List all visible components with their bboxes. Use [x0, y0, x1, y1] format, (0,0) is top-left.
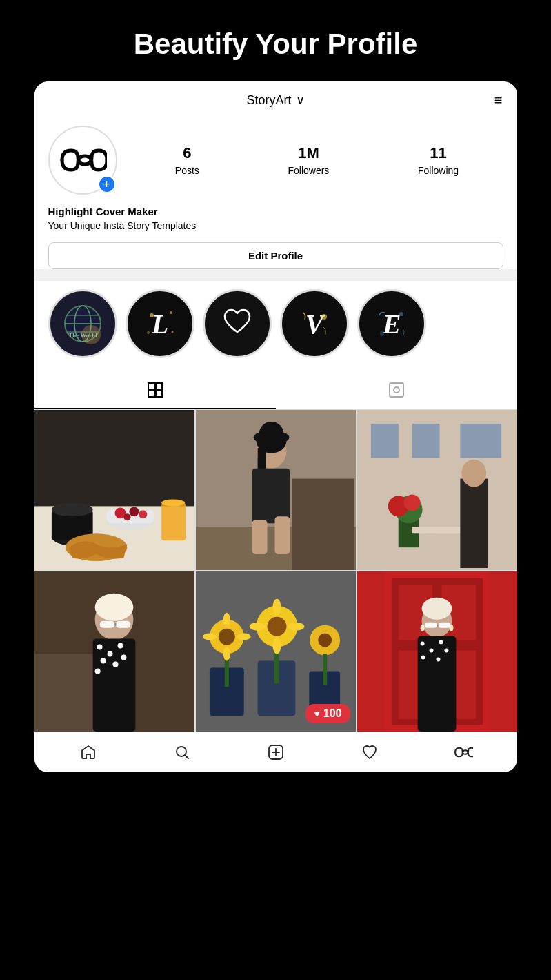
top-bar: StoryArt ∨ ≡	[34, 81, 517, 119]
svg-point-10	[170, 311, 172, 314]
profile-logo-icon	[59, 145, 107, 176]
home-icon	[80, 744, 97, 761]
svg-rect-65	[425, 533, 432, 570]
svg-point-122	[420, 642, 424, 646]
photo-cell-red-door[interactable]	[357, 571, 517, 732]
username-display[interactable]: StoryArt ∨	[246, 92, 304, 108]
svg-point-40	[161, 499, 185, 506]
highlight-item-the-world[interactable]: The World	[48, 289, 117, 358]
letter-l-icon: L	[138, 302, 182, 346]
highlight-circle-l: L	[126, 289, 194, 358]
following-stat[interactable]: 11 Following	[418, 144, 459, 176]
svg-point-83	[112, 661, 118, 667]
svg-point-107	[272, 638, 281, 654]
svg-point-84	[94, 668, 100, 674]
svg-point-77	[94, 594, 133, 621]
highlight-item-e[interactable]: E	[357, 289, 426, 358]
following-count: 11	[430, 144, 446, 162]
svg-rect-49	[252, 469, 290, 524]
nav-home[interactable]	[71, 742, 106, 763]
globe-icon: The World	[61, 302, 105, 346]
svg-point-106	[272, 599, 281, 616]
nav-profile[interactable]	[446, 742, 481, 763]
svg-rect-99	[323, 654, 327, 685]
bio-description: Your Unique Insta Story Templates	[48, 220, 503, 231]
nav-heart[interactable]	[352, 742, 387, 763]
highlight-item-v[interactable]: V	[280, 289, 349, 358]
photo-grid: ♥ 100	[34, 410, 517, 732]
svg-rect-74	[99, 621, 114, 628]
svg-point-32	[51, 502, 92, 516]
photo-cell-woman-sitting[interactable]	[196, 410, 356, 570]
highlight-circle-e: E	[357, 289, 426, 358]
search-icon	[174, 744, 190, 761]
svg-point-16	[321, 314, 327, 320]
edit-profile-button[interactable]: Edit Profile	[48, 242, 503, 269]
highlight-circle-v: V	[280, 289, 349, 358]
svg-line-131	[185, 756, 188, 759]
svg-point-19	[399, 312, 403, 316]
svg-point-95	[267, 617, 286, 636]
posts-stat[interactable]: 6 Posts	[175, 144, 199, 176]
svg-rect-119	[438, 623, 450, 628]
svg-rect-13	[215, 302, 259, 346]
tab-tagged[interactable]	[276, 372, 517, 409]
photo-cell-food[interactable]	[34, 410, 194, 570]
svg-point-117	[421, 598, 452, 620]
svg-rect-78	[92, 639, 135, 732]
svg-point-9	[150, 313, 154, 317]
svg-point-82	[100, 658, 106, 663]
tab-grid[interactable]	[34, 372, 276, 409]
svg-rect-59	[460, 424, 501, 458]
svg-point-63	[403, 494, 420, 511]
photo-cell-sunflowers[interactable]: ♥ 100	[196, 571, 356, 732]
svg-point-26	[394, 387, 399, 393]
woman-sitting-photo	[196, 410, 356, 570]
nav-add[interactable]	[259, 742, 293, 763]
svg-point-81	[117, 643, 123, 649]
svg-rect-67	[460, 479, 488, 568]
svg-point-126	[421, 655, 425, 659]
svg-point-68	[461, 460, 486, 487]
followers-stat[interactable]: 1M Followers	[288, 144, 329, 176]
svg-point-124	[439, 640, 443, 645]
svg-point-98	[318, 634, 332, 647]
svg-point-105	[288, 623, 304, 631]
svg-point-92	[218, 629, 234, 645]
red-door-photo	[357, 571, 517, 732]
followers-label: Followers	[288, 165, 329, 176]
svg-point-128	[420, 625, 424, 631]
svg-point-102	[223, 613, 230, 627]
svg-text:L: L	[150, 308, 168, 340]
svg-rect-24	[156, 391, 162, 397]
food-photo	[34, 410, 194, 570]
cafe-woman-photo	[34, 571, 194, 732]
svg-rect-51	[274, 516, 290, 554]
like-badge: ♥ 100	[305, 704, 350, 723]
svg-point-37	[139, 510, 147, 518]
highlight-item-heart[interactable]	[203, 289, 272, 358]
svg-point-127	[436, 657, 440, 661]
letter-v-icon: V	[292, 302, 337, 346]
highlight-item-l[interactable]: L	[126, 289, 194, 358]
tagged-icon	[388, 382, 405, 398]
svg-point-103	[223, 647, 230, 661]
svg-text:The World: The World	[68, 332, 97, 339]
svg-point-100	[202, 634, 216, 640]
svg-point-129	[449, 625, 453, 631]
svg-point-101	[237, 634, 250, 640]
photo-cell-cafe-woman[interactable]	[34, 571, 194, 732]
menu-icon[interactable]: ≡	[494, 92, 503, 108]
nav-search[interactable]	[165, 742, 199, 763]
photo-cell-balcony[interactable]	[357, 410, 517, 570]
svg-rect-45	[292, 479, 354, 570]
svg-point-104	[249, 623, 266, 631]
svg-rect-22	[156, 383, 162, 389]
svg-point-11	[147, 331, 150, 334]
svg-rect-23	[148, 391, 154, 397]
svg-point-38	[123, 513, 130, 520]
svg-rect-50	[252, 520, 267, 554]
add-story-button[interactable]: +	[98, 175, 116, 193]
hero-title: Beautify Your Profile	[0, 0, 551, 81]
svg-point-123	[429, 649, 433, 653]
